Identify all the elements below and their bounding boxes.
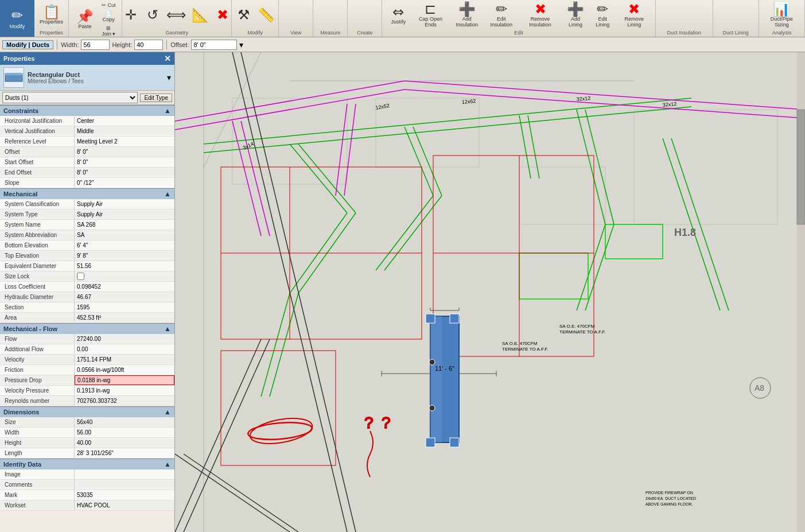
ribbon: ✏ Modify 📋 Properties Properties 📌 Paste…	[0, 0, 805, 37]
prop-workset: Workset HVAC POOL	[0, 500, 174, 511]
element-type: Rectangular Duct	[28, 71, 84, 78]
duct-pipe-sizing-btn[interactable]: 📊 Duct/Pipe Sizing	[763, 1, 801, 29]
edit-lining-btn[interactable]: ✏ Edit Lining	[590, 1, 616, 29]
prop-sys-abbr: System Abbreviation SA	[0, 230, 174, 240]
add-lining-btn[interactable]: ➕ Add Lining	[562, 1, 588, 29]
modify-label: Modify	[10, 24, 25, 29]
prop-velocity: Velocity 1751.14 FPM	[0, 355, 174, 365]
justify-btn[interactable]: ⇔ Justify	[386, 4, 411, 26]
v-scrollbar-thumb[interactable]	[797, 110, 805, 224]
prop-reynolds: Reynolds number 702760.303732	[0, 396, 174, 406]
element-icon	[3, 67, 24, 88]
prop-sys-class: System Classification Supply Air	[0, 199, 174, 209]
section-mechanical[interactable]: Mechanical ▲	[0, 188, 174, 199]
edit-buttons: ⇔ Justify ⊏ Cap Open Ends ➕ Add Insulati…	[386, 1, 652, 29]
svg-rect-60	[450, 438, 459, 447]
svg-rect-2	[175, 52, 805, 532]
split-btn[interactable]: ⚒	[234, 7, 254, 23]
offset-dropdown[interactable]: ▾	[239, 40, 243, 49]
size-lock-checkbox[interactable]	[77, 273, 84, 280]
svg-text:H1.8: H1.8	[674, 227, 696, 238]
geometry-group: ✛ ↺ ⟺ 📐 ✖ Geometry	[122, 0, 232, 37]
type-dropdown-arrow[interactable]: ▾	[167, 73, 171, 82]
height-label: Height:	[112, 41, 132, 48]
prop-vert-just: Vertical Justification Middle	[0, 126, 174, 137]
prop-sys-type: System Type Supply Air	[0, 209, 174, 220]
height-input[interactable]	[134, 40, 163, 50]
svg-text:?: ?	[364, 414, 374, 432]
section-constraints[interactable]: Constraints ▲	[0, 105, 174, 116]
mirror-btn[interactable]: ⟺	[164, 7, 188, 23]
geometry-buttons: ✛ ↺ ⟺ 📐 ✖	[120, 1, 233, 29]
view-label: View	[290, 29, 301, 36]
duct-lining-label: Duct Lining	[723, 29, 749, 36]
clip-actions: ✂ Cut 📄 Copy ⊞ Join ▾	[99, 1, 118, 38]
panel-title: Properties	[3, 55, 34, 62]
width-input[interactable]	[81, 40, 110, 50]
create-label: Create	[357, 29, 372, 36]
delete-btn[interactable]: ✖	[212, 7, 233, 23]
panel-close-btn[interactable]: ✕	[164, 54, 171, 63]
svg-rect-1	[5, 73, 22, 75]
section-mech-flow[interactable]: Mechanical - Flow ▲	[0, 323, 174, 334]
properties-buttons: 📋 Properties	[37, 1, 65, 29]
svg-text:ABOVE GAMING FLOOR.: ABOVE GAMING FLOOR.	[645, 502, 693, 506]
mechanical-expand[interactable]: ▲	[164, 190, 171, 198]
paste-btn[interactable]: 📌 Paste	[72, 9, 98, 30]
prop-pressure-drop: Pressure Drop 0.0188 in-wg	[0, 375, 174, 386]
rotate-btn[interactable]: ↺	[142, 7, 163, 23]
add-insulation-btn[interactable]: ➕ Add Insulation	[450, 1, 484, 29]
create-group: Create	[348, 0, 382, 37]
copy-btn[interactable]: 📄 Copy	[99, 10, 118, 24]
properties-btn[interactable]: 📋 Properties	[37, 4, 65, 26]
canvas-area[interactable]: 11' - 6" 3x14 12x52 12x62 32x12 32x12 SA…	[175, 52, 805, 532]
cap-open-ends-btn[interactable]: ⊏ Cap Open Ends	[412, 1, 449, 29]
mech-flow-expand[interactable]: ▲	[164, 325, 171, 333]
mode-tab[interactable]: Modify | Ducts	[2, 40, 53, 49]
prop-start-offset: Start Offset 8' 0"	[0, 157, 174, 168]
element-selector[interactable]: Ducts (1)	[2, 92, 138, 103]
properties-panel: Properties ✕ Rectangular Duct Mitered El…	[0, 52, 175, 532]
prop-friction: Friction 0.0566 in-wg/100ft	[0, 365, 174, 375]
modify-buttons: ⚒ 📏	[234, 1, 277, 29]
prop-length: Length 28' 3 101/256"	[0, 448, 174, 459]
drawing-canvas: 11' - 6" 3x14 12x52 12x62 32x12 32x12 SA…	[175, 52, 805, 532]
prop-loss-coef: Loss Coefficient 0.098452	[0, 282, 174, 292]
selected-duct	[426, 314, 459, 447]
analysis-label: Analysis	[772, 29, 792, 36]
edit-type-btn[interactable]: Edit Type	[140, 94, 172, 102]
constraints-expand[interactable]: ▲	[164, 107, 171, 115]
modify-button[interactable]: ✏ Modify	[0, 0, 34, 37]
toolbar-sep2	[166, 40, 167, 50]
join-btn[interactable]: ⊞ Join ▾	[99, 24, 118, 38]
remove-lining-btn[interactable]: ✖ Remove Lining	[617, 1, 652, 29]
svg-text:24x60 EA. DUCT LOCATED: 24x60 EA. DUCT LOCATED	[645, 496, 696, 500]
prop-hyd-diam: Hydraulic Diameter 46.67	[0, 292, 174, 302]
main-area: Properties ✕ Rectangular Duct Mitered El…	[0, 52, 805, 532]
svg-point-61	[429, 359, 435, 365]
cut-btn[interactable]: ✂ Cut	[99, 1, 118, 9]
prop-horiz-just: Horizontal Justification Center	[0, 116, 174, 126]
prop-vel-pressure: Velocity Pressure 0.1913 in-wg	[0, 386, 174, 396]
dimensions-expand[interactable]: ▲	[164, 408, 171, 416]
move-btn[interactable]: ✛	[120, 7, 141, 23]
panel-header: Properties ✕	[0, 52, 174, 65]
analysis-buttons: 📊 Duct/Pipe Sizing	[763, 1, 801, 29]
section-dimensions[interactable]: Dimensions ▲	[0, 406, 174, 417]
measure-btn[interactable]: 📏	[255, 7, 277, 23]
pressure-drop-value[interactable]: 0.0188 in-wg	[75, 375, 174, 385]
properties-scroll[interactable]: Constraints ▲ Horizontal Justification C…	[0, 105, 174, 532]
trim-btn[interactable]: 📐	[189, 7, 211, 23]
panel-type-area: Rectangular Duct Mitered Elbows / Tees ▾	[0, 65, 174, 91]
edit-insulation-btn[interactable]: ✏ Edit Insulation	[485, 1, 518, 29]
svg-text:12x62: 12x62	[461, 98, 476, 105]
section-identity[interactable]: Identity Data ▲	[0, 459, 174, 469]
svg-text:TERMINATE TO A.F.F.: TERMINATE TO A.F.F.	[502, 347, 548, 352]
svg-text:A8: A8	[755, 383, 764, 393]
svg-text:11' - 6": 11' - 6"	[435, 365, 454, 372]
prop-sys-name: System Name SA 268	[0, 220, 174, 230]
identity-expand[interactable]: ▲	[164, 460, 171, 468]
remove-insulation-btn[interactable]: ✖ Remove Insulation	[519, 1, 562, 29]
edit-group: ⇔ Justify ⊏ Cap Open Ends ➕ Add Insulati…	[382, 0, 656, 37]
offset-input[interactable]	[191, 40, 237, 50]
